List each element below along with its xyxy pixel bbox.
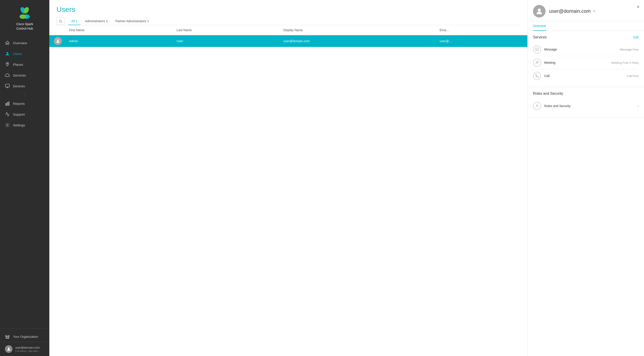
svg-rect-8 [6,84,10,87]
roles-section: Roles and Security Roles and Security › [528,87,644,117]
your-organization-item[interactable]: Your Organization [0,331,49,342]
svg-rect-10 [7,103,8,106]
services-section-header: Services Edit [533,35,638,39]
tabs-row: All 1 Administrators 1 Partner Administr… [56,17,520,25]
svg-point-3 [20,14,26,19]
current-user-role: Full Admin, Site Adm... [15,350,40,352]
col-email: Ema... [435,25,528,35]
svg-point-6 [6,52,8,54]
cell-first-name: Admin [64,35,172,47]
call-icon [535,74,539,78]
tab-partner-administrators[interactable]: Partner Administrators 1 [112,18,152,25]
col-last-name: Last Name [172,25,279,35]
service-status-message: Message Free [620,48,638,51]
panel-user-avatar [533,5,546,18]
sidebar-navigation: Overview Users Places [0,35,49,328]
org-label: Your Organization [13,335,38,338]
service-name-call: Call [544,74,627,78]
svg-point-26 [538,62,538,63]
svg-point-27 [536,105,538,106]
service-status-meeting: Meeting Free 3 Party [612,61,638,65]
page-title: Users [56,6,520,14]
activity-icon [5,112,10,117]
tab-administrators[interactable]: Administrators 1 [82,18,111,25]
current-user-item[interactable]: user@domain.com Full Admin, Site Adm... [0,342,49,356]
svg-point-20 [60,20,62,22]
roles-section-header: Roles and Security [533,92,638,96]
svg-line-21 [61,22,62,23]
roles-user-icon [535,104,539,108]
service-status-call: Call Free [627,74,638,78]
cloud-icon [5,73,10,78]
roles-row[interactable]: Roles and Security › [533,99,638,113]
svg-point-22 [57,40,58,41]
sidebar-item-label: Users [13,52,22,56]
services-section: Services Edit Message Message Free [528,31,644,87]
meeting-icon [535,61,539,65]
service-row-message: Message Message Free [533,43,638,56]
tab-all[interactable]: All 1 [68,18,80,25]
user-icon [5,51,10,56]
users-table-container: First Name Last Name Display Name Ema... [49,25,528,356]
panel-avatar-icon [536,8,543,15]
sidebar-item-label: Places [13,63,23,67]
bar-chart-icon [5,101,10,106]
sidebar-item-services[interactable]: Services [0,70,49,81]
sidebar-item-support[interactable]: Support [0,109,49,120]
service-row-meeting: Meeting Meeting Free 3 Party [533,56,638,69]
panel-header: user@domain.com ✎ × [528,0,644,21]
sidebar: Cisco Spark Control Hub Overview Users [0,0,49,356]
svg-rect-14 [7,337,8,338]
message-service-icon [533,45,541,54]
sidebar-separator: ⋮ [0,91,49,98]
monitor-icon [5,84,10,89]
svg-point-25 [536,62,537,63]
sidebar-item-label: Overview [13,41,27,45]
current-user-info: user@domain.com Full Admin, Site Adm... [15,346,40,352]
sidebar-logo: Cisco Spark Control Hub [0,0,49,35]
roles-icon [533,102,541,110]
col-display-name: Display Name [279,25,435,35]
sidebar-item-label: Services [13,73,26,77]
panel-nav-overview[interactable]: Overview [533,21,546,31]
svg-point-12 [7,124,8,126]
page-header: Users All 1 Administrators 1 Partner Adm… [49,0,528,25]
sidebar-item-devices[interactable]: Devices [0,81,49,91]
svg-rect-13 [6,335,7,337]
chevron-right-icon: › [638,104,638,108]
services-edit-link[interactable]: Edit [633,36,638,39]
cell-display-name: user@domain.com [279,35,435,47]
meeting-service-icon [533,59,541,67]
sidebar-item-settings[interactable]: Settings [0,120,49,130]
service-name-message: Message [544,48,620,51]
cell-email: user@... [435,35,528,47]
sidebar-item-overview[interactable]: Overview [0,38,49,48]
call-service-icon [533,72,541,80]
gear-icon [5,123,10,128]
app-logo [18,6,32,20]
sidebar-item-users[interactable]: Users [0,48,49,59]
sidebar-item-label: Devices [13,84,25,88]
sidebar-bottom: Your Organization user@domain.com Full A… [0,328,49,356]
svg-rect-15 [8,335,10,337]
table-row[interactable]: Admin User user@domain.com user@... [49,35,528,47]
search-button[interactable] [56,17,64,25]
home-icon [5,41,10,45]
close-panel-button[interactable]: × [636,5,640,10]
panel-user-name: user@domain.com ✎ [549,8,596,14]
services-title: Services [533,35,547,39]
sidebar-item-reports[interactable]: Reports [0,98,49,109]
col-avatar [49,25,64,35]
sidebar-item-places[interactable]: Places [0,59,49,70]
message-icon [535,47,539,51]
svg-rect-9 [6,104,6,105]
svg-rect-24 [536,48,539,51]
service-name-meeting: Meeting [544,61,612,65]
cell-last-name: User [172,35,279,47]
main-content: Users All 1 Administrators 1 Partner Adm… [49,0,528,356]
table-header-row: First Name Last Name Display Name Ema... [49,25,528,35]
users-table: First Name Last Name Display Name Ema... [49,25,528,47]
roles-name: Roles and Security [544,104,638,108]
edit-user-icon[interactable]: ✎ [593,9,596,14]
sidebar-item-label: Settings [13,123,25,127]
